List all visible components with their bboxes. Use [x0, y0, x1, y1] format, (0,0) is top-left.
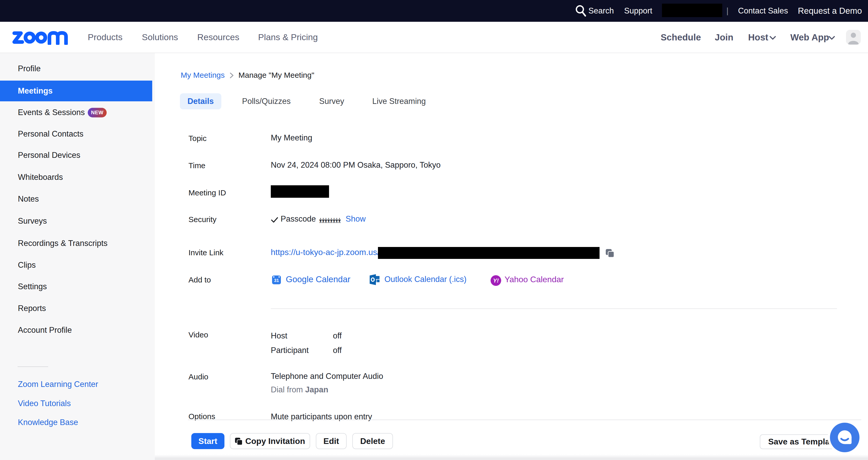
svg-text:31: 31 [274, 278, 279, 283]
